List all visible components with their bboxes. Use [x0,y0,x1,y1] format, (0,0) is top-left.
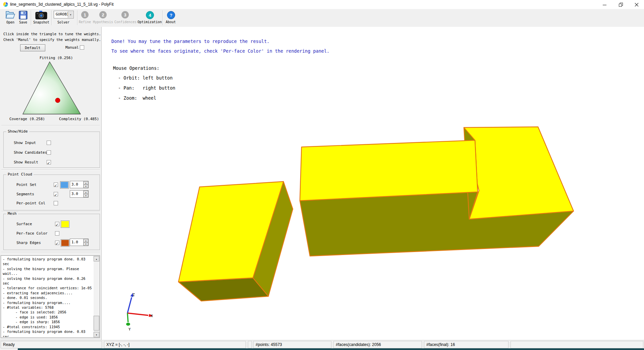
optimization-step-number: 4 [149,13,151,18]
show-candidates-label: Show Candidates [14,150,47,155]
per-face-color-checkbox[interactable] [55,231,59,236]
coverage-label: Coverage (0.258) [9,117,45,121]
weights-marker[interactable] [55,98,60,103]
spinner-down-icon[interactable]: ▼ [84,194,88,197]
mesh-title: Mesh [6,211,18,216]
minimize-button[interactable] [597,0,612,9]
open-button[interactable]: Open [4,10,17,26]
hypothesis-step-icon: 2 [99,11,107,18]
weights-triangle[interactable] [13,60,88,117]
surface-label: Surface [16,222,32,226]
status-faces-final: #faces(final): 16 [424,341,508,348]
default-button[interactable]: Default [20,44,45,51]
segments-size-spinner[interactable]: 3.0 ▲▼ [70,190,89,198]
axis-x-label: X [151,314,153,318]
optimization-step-icon: 4 [146,11,154,19]
manual-checkbox[interactable] [80,45,84,50]
per-point-color-checkbox[interactable] [54,201,58,205]
toolbar-separator [51,10,52,25]
window-bottom-edge [18,348,644,350]
scrollbar-thumb[interactable] [94,316,99,331]
spinner-down-icon[interactable]: ▼ [84,242,88,246]
right-main-top-face [300,140,478,201]
refine-step-number: 1 [84,12,86,17]
point-cloud-title: Point Cloud [6,172,34,177]
weights-hint-1: Click inside the triangle to tune the we… [3,32,101,36]
scroll-down-icon[interactable]: ▼ [94,332,99,337]
sharp-edges-color-swatch[interactable] [61,239,69,247]
left-panel: Click inside the triangle to tune the we… [0,27,102,340]
snapshot-label: Snapshot [33,20,50,24]
restore-button[interactable] [613,0,628,9]
show-result-label: Show Result [14,160,38,164]
window-title: line_segments_3d_clustered_allpics_11_5_… [10,2,114,7]
spinner-down-icon[interactable]: ▼ [84,185,88,188]
save-button[interactable]: Save [17,10,30,26]
save-label: Save [17,20,30,24]
segments-label: Segments [16,192,34,196]
snapshot-button[interactable]: Snapshot [33,10,50,26]
panel-divider [1,169,100,170]
viewport-canvas[interactable]: Done! You may tune the parameters to rep… [102,27,644,340]
confidences-step-number: 3 [124,12,126,17]
show-candidates-checkbox[interactable] [47,150,51,155]
sharp-edges-checkbox[interactable] [55,241,59,245]
scroll-up-icon[interactable]: ▲ [94,256,99,261]
optimization-button[interactable]: 4 Optimization [138,11,162,27]
status-ready: Ready [1,341,102,348]
point-set-color-swatch[interactable] [60,181,69,189]
toolbar: Open Save Snapshot [0,9,644,27]
optimization-label: Optimization [138,20,162,24]
per-face-color-label: Per-face Color [16,231,48,236]
status-points: #points: 45573 [253,341,331,348]
solver-value: GUROBI [56,12,69,16]
weights-hint-2: Check 'Manul' to specify the weights man… [3,38,101,42]
hypothesis-step-number: 2 [102,12,104,17]
panel-divider [1,252,100,253]
show-hide-title: Show/Hide [6,129,29,134]
spinner-up-icon[interactable]: ▲ [84,191,88,194]
surface-checkbox[interactable] [55,222,59,226]
about-button[interactable]: ? About [164,11,177,27]
polyfit-window: line_segments_3d_clustered_allpics_11_5_… [0,0,644,350]
manual-label: Manual [65,45,79,50]
point-set-size-spinner[interactable]: 3.0 ▲▼ [70,181,89,188]
about-label: About [164,20,177,24]
solver-label: Solver [54,20,73,24]
point-set-checkbox[interactable] [54,183,58,187]
title-bar: line_segments_3d_clustered_allpics_11_5_… [0,0,644,9]
refine-button[interactable]: 1 Refine [75,11,94,27]
segments-checkbox[interactable] [54,192,58,196]
hypothesis-button[interactable]: 2 Hypothesis [92,11,114,27]
axis-y-line [127,313,128,322]
open-folder-icon [5,11,16,19]
sharp-edges-width-spinner[interactable]: 1.0 ▲▼ [70,239,89,246]
about-glyph: ? [170,13,172,18]
log-scrollbar[interactable]: ▲ ▼ [94,256,99,337]
axis-x-line [127,313,148,315]
status-xyz: XYZ = [-, -, -] [104,341,246,348]
sharp-edges-width-value: 1.0 [71,240,78,244]
spinner-up-icon[interactable]: ▲ [84,181,88,185]
point-cloud-group: Point Cloud Point Set 3.0 ▲▼ Segments 3.… [3,174,100,210]
solver-dropdown[interactable]: GUROBI ▼ [54,11,74,18]
log-output-box[interactable]: - formulating binary program done. 0.03 … [1,255,100,338]
log-text: - formulating binary program done. 0.03 … [3,257,93,337]
axis-z-label: Z [132,293,135,297]
confidences-step-icon: 3 [121,11,129,18]
segments-size-value: 3.0 [71,192,78,196]
surface-color-swatch[interactable] [61,220,69,228]
solver-dropdown-arrow-icon[interactable]: ▼ [68,11,73,18]
confidences-button[interactable]: 3 Confidences [114,11,137,27]
show-result-checkbox[interactable] [47,160,51,164]
close-button[interactable] [629,0,644,9]
weights-triangle-shape[interactable] [23,62,80,114]
scene-svg[interactable]: ZXY [102,27,644,340]
complexity-label: Complexity (0.485) [59,117,99,121]
toolbar-separator [162,10,163,25]
confidences-label: Confidences [114,20,137,24]
open-label: Open [4,20,17,24]
refine-step-icon: 1 [81,11,89,18]
spinner-up-icon[interactable]: ▲ [84,239,88,242]
show-input-checkbox[interactable] [47,141,51,145]
